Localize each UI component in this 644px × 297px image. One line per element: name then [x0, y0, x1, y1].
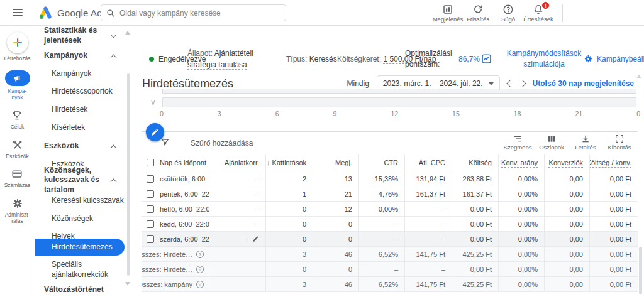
col-day-time[interactable]: Nap és időpont	[160, 159, 206, 166]
col-clicks[interactable]: Kattintások	[272, 159, 306, 166]
sidenav-item-ad-groups[interactable]: Hirdetéscsoportok	[35, 84, 126, 99]
sidenav-item-assets-section[interactable]: Eszközök	[35, 139, 126, 154]
axis-tick: 9	[333, 110, 337, 117]
filter-funnel-icon[interactable]	[160, 138, 170, 149]
sidenav-label: Hirdetéscsoportok	[52, 87, 113, 97]
help-icon[interactable]: ?	[196, 251, 204, 258]
segment-button[interactable]: Szegmens	[501, 134, 535, 151]
sidenav-scroll-up-arrow[interactable]	[125, 31, 130, 35]
sidenav-item-advanced-bid-adj[interactable]: Speciális ajánlatkorrekciók	[35, 259, 126, 281]
chevron-up-icon	[111, 54, 117, 60]
sidenav-item-search-keywords[interactable]: Keresési kulcsszavak	[35, 193, 126, 208]
axis-tick: 0	[636, 110, 640, 117]
rail-item-billing[interactable]: Számlázás	[4, 168, 31, 189]
schedule-row-label: V	[151, 99, 155, 106]
columns-icon	[547, 134, 557, 144]
axis-tick: 0	[160, 110, 164, 117]
expand-button[interactable]: Kibontás	[602, 134, 636, 151]
tools-icon	[12, 139, 23, 151]
appearance-button[interactable]: Megjelenés	[433, 2, 463, 23]
rail-item-create[interactable]: Létrehozás	[4, 32, 30, 62]
notification-badge: !	[541, 1, 550, 9]
appearance-icon	[442, 4, 453, 15]
table-header-row: Nap és időpont Ajánlatkorr. ↓Kattintások…	[142, 154, 638, 171]
col-avg-cpc[interactable]: Átl. CPC	[419, 159, 445, 166]
notifications-button[interactable]: ! Értesítések	[523, 2, 553, 23]
table-row-hovered[interactable]: szerda, 6:00–22:00 – 0 0 – – 0,00 Ft 0,0…	[142, 232, 638, 247]
refresh-button[interactable]: Frissítés	[463, 2, 493, 23]
rail-item-goals[interactable]: Célok	[11, 109, 25, 131]
refresh-icon	[472, 4, 484, 15]
help-icon[interactable]: ?	[196, 281, 204, 288]
chevron-up-icon	[111, 144, 117, 151]
type-value: Keresés	[309, 55, 337, 63]
create-icon	[7, 32, 28, 53]
col-ctr[interactable]: CTR	[384, 159, 398, 166]
col-impressions[interactable]: Megj.	[335, 159, 352, 166]
table-row[interactable]: péntek, 6:00–22:00 – 1 21 4,76% 161,37 F…	[142, 186, 638, 202]
hour-axis: 0 3 6 9 12 15 18 21 0	[160, 110, 640, 117]
type-label: Típus:	[286, 55, 307, 63]
col-bid-adj[interactable]: Ajánlatkorr.	[225, 159, 259, 166]
sidenav-item-campaigns-section[interactable]: Kampányok	[35, 48, 126, 63]
row-checkbox[interactable]	[147, 220, 154, 228]
topbar-actions: Megjelenés Frissítés Súgó ! Értesítések	[433, 2, 563, 23]
sidenav-scroll-down-arrow[interactable]	[125, 282, 130, 286]
sidenav-item-audiences-section[interactable]: Közönségek, kulcsszavak és tartalom	[35, 170, 126, 191]
col-conversions[interactable]: Konverziók	[549, 159, 583, 166]
download-button[interactable]: Letöltés	[569, 134, 602, 151]
axis-tick: 21	[575, 110, 582, 117]
page-scroll-up-arrow[interactable]	[636, 75, 641, 78]
table-row[interactable]: kedd, 6:00–22:00 – 0 0 – – 0,00 Ft 0,00%…	[142, 217, 638, 232]
rail-label-billing: Számlázás	[4, 182, 31, 189]
gear-icon	[12, 197, 23, 210]
rail-item-tools[interactable]: Eszközök	[6, 139, 28, 160]
row-checkbox[interactable]	[147, 175, 154, 183]
credit-card-icon	[11, 168, 23, 180]
sidenav-item-statistics[interactable]: Statisztikák és jelentések	[35, 28, 126, 43]
edit-bid-adj-icon[interactable]	[252, 235, 259, 242]
prev-range-button[interactable]	[506, 80, 513, 87]
rail-item-campaigns[interactable]: Kampá- nyok	[5, 70, 30, 101]
opt-score-label: Optimalizálási pontszám:	[405, 47, 458, 70]
page-scrollbar[interactable]	[639, 247, 642, 294]
table-row[interactable]: csütörtök, 6:00–22:00 – 2 13 15,38% 131,…	[142, 171, 638, 186]
next-range-button[interactable]	[519, 80, 526, 87]
show-last-30-days-link[interactable]: Utolsó 30 nap megjelenítése	[533, 79, 634, 88]
simulation-link[interactable]: Kampánymódosítások szimulációja	[500, 47, 588, 70]
summary-row-ads: Összes: Hirdeté…? 0 0 – – 0,00 Ft 0,00% …	[142, 262, 638, 277]
add-filter-label[interactable]: Szűrő hozzáadása	[191, 139, 253, 148]
help-icon[interactable]: ?	[196, 266, 204, 273]
range-mode-label[interactable]: Mindig	[347, 79, 369, 88]
columns-button[interactable]: Oszlopok	[535, 134, 569, 151]
expand-label: Kibontás	[608, 144, 631, 151]
row-checkbox[interactable]	[147, 205, 154, 213]
campaign-settings-link[interactable]: Kampánybeállítások	[584, 47, 644, 70]
table-row[interactable]: hétfő, 6:00–22:00 – 0 12 0,00% – 0,00 Ft…	[142, 202, 638, 217]
col-cost[interactable]: Költség	[469, 159, 492, 166]
summary-row-campaign: Összes: kampány? 3 46 6,52% 141,75 Ft 42…	[142, 277, 638, 292]
search-input[interactable]	[119, 9, 280, 18]
row-checkbox[interactable]	[147, 235, 154, 243]
main-menu-icon[interactable]	[13, 9, 23, 16]
sidenav-scrollbar[interactable]	[127, 73, 130, 276]
row-checkbox[interactable]	[147, 190, 154, 198]
help-button[interactable]: Súgó	[493, 2, 523, 23]
sidenav-item-ads[interactable]: Hirdetések	[35, 102, 126, 117]
rail-label-create: Létrehozás	[4, 55, 30, 62]
col-cost-per-conv[interactable]: Költség / konv.	[589, 159, 631, 166]
rail-item-admin[interactable]: Adminiszt- rálás	[5, 197, 30, 225]
sidenav-item-campaigns[interactable]: Kampányok	[35, 67, 126, 82]
google-ads-logo: Google Ads	[38, 6, 108, 19]
sidenav-item-ad-schedule[interactable]: Hirdetésütemezés	[35, 239, 125, 256]
edit-schedule-button[interactable]	[146, 123, 164, 141]
select-all-checkbox[interactable]	[147, 159, 154, 166]
col-conv-rate[interactable]: Konv. arány	[501, 159, 538, 166]
opt-score-chart-icon[interactable]	[481, 47, 492, 70]
sidenav-item-change-history[interactable]: Változástörténet	[35, 283, 126, 297]
search-box[interactable]	[101, 4, 286, 21]
sidenav-label: Keresési kulcsszavak	[52, 196, 124, 206]
sidenav-item-audiences[interactable]: Közönségek	[35, 212, 126, 227]
sidenav-item-experiments[interactable]: Kísérletek	[35, 121, 126, 136]
schedule-bar-sunday[interactable]	[162, 97, 636, 107]
